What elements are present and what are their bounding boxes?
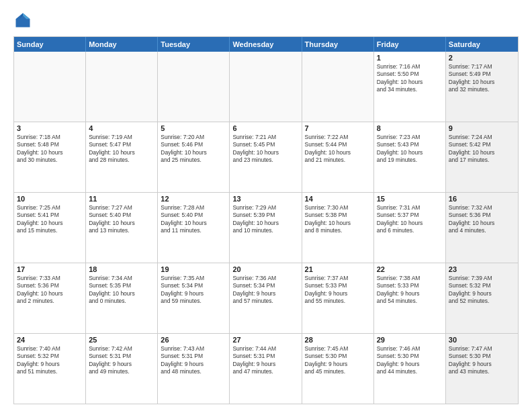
calendar-cell [86, 52, 158, 122]
day-number: 6 [232, 124, 298, 132]
day-number: 15 [377, 195, 443, 203]
calendar-cell: 21Sunrise: 7:37 AM Sunset: 5:33 PM Dayli… [302, 263, 374, 333]
calendar-cell: 19Sunrise: 7:35 AM Sunset: 5:34 PM Dayli… [158, 263, 230, 333]
day-number: 13 [232, 195, 298, 203]
day-info: Sunrise: 7:31 AM Sunset: 5:37 PM Dayligh… [377, 204, 443, 235]
calendar-row-1: 3Sunrise: 7:18 AM Sunset: 5:48 PM Daylig… [14, 122, 518, 193]
calendar-cell [158, 52, 230, 122]
day-info: Sunrise: 7:21 AM Sunset: 5:45 PM Dayligh… [232, 134, 298, 165]
day-info: Sunrise: 7:46 AM Sunset: 5:30 PM Dayligh… [377, 345, 443, 376]
day-number: 5 [161, 124, 226, 132]
calendar-cell: 25Sunrise: 7:42 AM Sunset: 5:31 PM Dayli… [86, 334, 158, 404]
day-info: Sunrise: 7:40 AM Sunset: 5:32 PM Dayligh… [17, 345, 83, 376]
day-info: Sunrise: 7:23 AM Sunset: 5:43 PM Dayligh… [377, 134, 443, 165]
day-number: 11 [89, 195, 154, 203]
calendar-cell: 11Sunrise: 7:27 AM Sunset: 5:40 PM Dayli… [86, 193, 158, 263]
calendar-cell: 3Sunrise: 7:18 AM Sunset: 5:48 PM Daylig… [14, 122, 86, 192]
day-number: 25 [89, 336, 154, 344]
day-number: 29 [377, 336, 443, 344]
calendar-cell: 16Sunrise: 7:32 AM Sunset: 5:36 PM Dayli… [446, 193, 518, 263]
calendar-cell: 30Sunrise: 7:47 AM Sunset: 5:30 PM Dayli… [446, 334, 518, 404]
day-info: Sunrise: 7:33 AM Sunset: 5:36 PM Dayligh… [17, 275, 83, 306]
day-number: 1 [377, 54, 443, 62]
header-day-saturday: Saturday [446, 37, 518, 52]
calendar-cell: 22Sunrise: 7:38 AM Sunset: 5:33 PM Dayli… [374, 263, 446, 333]
calendar-cell: 9Sunrise: 7:24 AM Sunset: 5:42 PM Daylig… [446, 122, 518, 192]
calendar-cell [230, 52, 302, 122]
day-number: 20 [232, 265, 298, 273]
day-info: Sunrise: 7:27 AM Sunset: 5:40 PM Dayligh… [89, 204, 154, 235]
day-number: 23 [449, 265, 515, 273]
day-info: Sunrise: 7:32 AM Sunset: 5:36 PM Dayligh… [449, 204, 515, 235]
day-info: Sunrise: 7:34 AM Sunset: 5:35 PM Dayligh… [89, 275, 154, 306]
header-day-thursday: Thursday [302, 37, 374, 52]
day-info: Sunrise: 7:24 AM Sunset: 5:42 PM Dayligh… [449, 134, 515, 165]
calendar-cell: 24Sunrise: 7:40 AM Sunset: 5:32 PM Dayli… [14, 334, 86, 404]
day-number: 4 [89, 124, 154, 132]
day-number: 28 [305, 336, 371, 344]
header-day-monday: Monday [86, 37, 158, 52]
calendar-row-3: 17Sunrise: 7:33 AM Sunset: 5:36 PM Dayli… [14, 263, 518, 334]
day-number: 30 [449, 336, 515, 344]
calendar: SundayMondayTuesdayWednesdayThursdayFrid… [13, 36, 519, 404]
day-number: 27 [232, 336, 298, 344]
calendar-cell: 4Sunrise: 7:19 AM Sunset: 5:47 PM Daylig… [86, 122, 158, 192]
calendar-cell: 1Sunrise: 7:16 AM Sunset: 5:50 PM Daylig… [374, 52, 446, 122]
day-info: Sunrise: 7:36 AM Sunset: 5:34 PM Dayligh… [232, 275, 298, 306]
header-day-friday: Friday [374, 37, 446, 52]
day-info: Sunrise: 7:16 AM Sunset: 5:50 PM Dayligh… [377, 63, 443, 94]
day-number: 2 [449, 54, 515, 62]
day-info: Sunrise: 7:45 AM Sunset: 5:30 PM Dayligh… [305, 345, 371, 376]
day-info: Sunrise: 7:29 AM Sunset: 5:39 PM Dayligh… [232, 204, 298, 235]
day-number: 18 [89, 265, 154, 273]
day-info: Sunrise: 7:20 AM Sunset: 5:46 PM Dayligh… [161, 134, 226, 165]
day-info: Sunrise: 7:47 AM Sunset: 5:30 PM Dayligh… [449, 345, 515, 376]
day-info: Sunrise: 7:17 AM Sunset: 5:49 PM Dayligh… [449, 63, 515, 94]
day-info: Sunrise: 7:19 AM Sunset: 5:47 PM Dayligh… [89, 134, 154, 165]
day-info: Sunrise: 7:39 AM Sunset: 5:32 PM Dayligh… [449, 275, 515, 306]
calendar-cell: 17Sunrise: 7:33 AM Sunset: 5:36 PM Dayli… [14, 263, 86, 333]
calendar-cell: 6Sunrise: 7:21 AM Sunset: 5:45 PM Daylig… [230, 122, 302, 192]
calendar-cell: 20Sunrise: 7:36 AM Sunset: 5:34 PM Dayli… [230, 263, 302, 333]
calendar-cell: 10Sunrise: 7:25 AM Sunset: 5:41 PM Dayli… [14, 193, 86, 263]
calendar-cell [302, 52, 374, 122]
calendar-cell: 15Sunrise: 7:31 AM Sunset: 5:37 PM Dayli… [374, 193, 446, 263]
day-info: Sunrise: 7:28 AM Sunset: 5:40 PM Dayligh… [161, 204, 226, 235]
day-number: 26 [161, 336, 226, 344]
day-number: 7 [305, 124, 371, 132]
calendar-cell: 23Sunrise: 7:39 AM Sunset: 5:32 PM Dayli… [446, 263, 518, 333]
calendar-cell: 29Sunrise: 7:46 AM Sunset: 5:30 PM Dayli… [374, 334, 446, 404]
calendar-cell: 5Sunrise: 7:20 AM Sunset: 5:46 PM Daylig… [158, 122, 230, 192]
day-number: 9 [449, 124, 515, 132]
header-day-sunday: Sunday [14, 37, 86, 52]
calendar-cell: 28Sunrise: 7:45 AM Sunset: 5:30 PM Dayli… [302, 334, 374, 404]
header-day-wednesday: Wednesday [230, 37, 302, 52]
day-number: 21 [305, 265, 371, 273]
day-number: 8 [377, 124, 443, 132]
calendar-row-4: 24Sunrise: 7:40 AM Sunset: 5:32 PM Dayli… [14, 334, 518, 404]
calendar-cell: 7Sunrise: 7:22 AM Sunset: 5:44 PM Daylig… [302, 122, 374, 192]
day-info: Sunrise: 7:18 AM Sunset: 5:48 PM Dayligh… [17, 134, 83, 165]
calendar-row-2: 10Sunrise: 7:25 AM Sunset: 5:41 PM Dayli… [14, 193, 518, 263]
calendar-body: 1Sunrise: 7:16 AM Sunset: 5:50 PM Daylig… [14, 52, 518, 404]
day-number: 16 [449, 195, 515, 203]
day-number: 19 [161, 265, 226, 273]
day-number: 22 [377, 265, 443, 273]
logo [13, 11, 35, 30]
calendar-cell: 26Sunrise: 7:43 AM Sunset: 5:31 PM Dayli… [158, 334, 230, 404]
page: SundayMondayTuesdayWednesdayThursdayFrid… [0, 0, 532, 411]
day-info: Sunrise: 7:37 AM Sunset: 5:33 PM Dayligh… [305, 275, 371, 306]
day-info: Sunrise: 7:44 AM Sunset: 5:31 PM Dayligh… [232, 345, 298, 376]
day-number: 12 [161, 195, 226, 203]
day-info: Sunrise: 7:22 AM Sunset: 5:44 PM Dayligh… [305, 134, 371, 165]
calendar-cell: 2Sunrise: 7:17 AM Sunset: 5:49 PM Daylig… [446, 52, 518, 122]
day-number: 3 [17, 124, 83, 132]
calendar-row-0: 1Sunrise: 7:16 AM Sunset: 5:50 PM Daylig… [14, 52, 518, 122]
calendar-cell: 27Sunrise: 7:44 AM Sunset: 5:31 PM Dayli… [230, 334, 302, 404]
calendar-cell: 14Sunrise: 7:30 AM Sunset: 5:38 PM Dayli… [302, 193, 374, 263]
day-number: 17 [17, 265, 83, 273]
day-info: Sunrise: 7:30 AM Sunset: 5:38 PM Dayligh… [305, 204, 371, 235]
day-info: Sunrise: 7:43 AM Sunset: 5:31 PM Dayligh… [161, 345, 226, 376]
day-info: Sunrise: 7:25 AM Sunset: 5:41 PM Dayligh… [17, 204, 83, 235]
day-info: Sunrise: 7:42 AM Sunset: 5:31 PM Dayligh… [89, 345, 154, 376]
